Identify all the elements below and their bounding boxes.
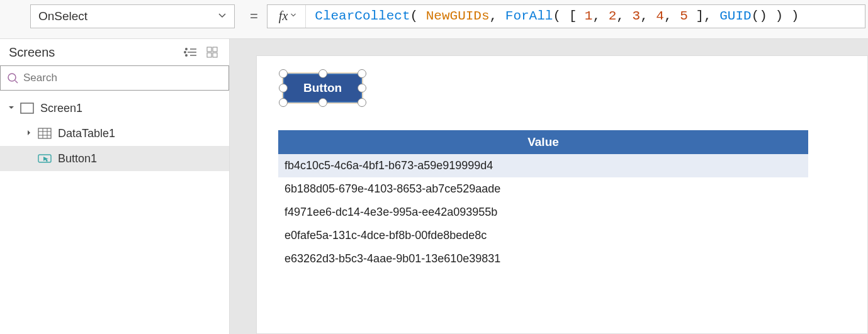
- svg-point-10: [8, 74, 16, 81]
- formula-token: GUID: [719, 9, 751, 23]
- formula-token: 1: [585, 9, 593, 23]
- table-row[interactable]: e63262d3-b5c3-4aae-9b01-13e610e39831: [278, 247, 808, 270]
- svg-point-3: [185, 48, 188, 50]
- svg-point-5: [185, 54, 188, 57]
- table-row[interactable]: e0fafe5a-131c-4dce-bf8b-00fde8bede8c: [278, 224, 808, 247]
- tree-item-label: Button1: [58, 152, 97, 165]
- formula-bar: OnSelect = fx ClearCollect( NewGUIDs, Fo…: [0, 0, 868, 39]
- svg-rect-12: [21, 103, 33, 113]
- formula-token: ,: [490, 9, 505, 23]
- screens-title: Screens: [9, 45, 55, 60]
- resize-handle[interactable]: [279, 98, 288, 107]
- chevron-down-icon: [218, 9, 227, 23]
- formula-token: ]: [688, 9, 704, 23]
- formula-token: ): [783, 9, 799, 23]
- resize-handle[interactable]: [318, 98, 327, 107]
- formula-token: ,: [664, 9, 680, 23]
- table-icon: [38, 128, 52, 139]
- chevron-down-icon: [290, 11, 296, 21]
- search-input[interactable]: [18, 72, 222, 84]
- property-dropdown[interactable]: OnSelect: [30, 4, 235, 28]
- grid-icon: [206, 47, 218, 58]
- svg-rect-6: [207, 47, 211, 52]
- main-area: Screens: [0, 39, 868, 334]
- fx-dropdown-button[interactable]: fx: [268, 5, 306, 28]
- resize-handle[interactable]: [318, 69, 327, 78]
- canvas[interactable]: Button Value fb4c10c5-4c6a-4bf1-b673-a59…: [256, 55, 868, 334]
- fx-icon: fx: [279, 9, 288, 23]
- button-icon: [38, 153, 52, 164]
- property-dropdown-value: OnSelect: [38, 9, 87, 23]
- screen-icon: [20, 103, 34, 114]
- svg-rect-13: [38, 128, 51, 138]
- tree-item-datatable1[interactable]: DataTable1: [0, 121, 229, 146]
- formula-token: ,: [704, 9, 719, 23]
- formula-token: ForAll: [505, 9, 553, 23]
- svg-rect-8: [207, 53, 211, 57]
- formula-token: 5: [680, 9, 688, 23]
- canvas-wrap: Button Value fb4c10c5-4c6a-4bf1-b673-a59…: [230, 39, 868, 334]
- svg-line-11: [15, 81, 18, 83]
- equals-label: =: [250, 8, 258, 25]
- expand-icon[interactable]: [24, 129, 34, 138]
- table-row[interactable]: fb4c10c5-4c6a-4bf1-b673-a59e919999d4: [278, 154, 808, 177]
- left-panel: Screens: [0, 39, 230, 334]
- collapse-icon[interactable]: [6, 104, 16, 113]
- svg-rect-9: [213, 53, 217, 57]
- table-row[interactable]: 6b188d05-679e-4103-8653-ab7ce529aade: [278, 177, 808, 201]
- tree-settings-button[interactable]: [181, 45, 199, 60]
- resize-handle[interactable]: [358, 69, 366, 78]
- resize-handle[interactable]: [358, 84, 366, 92]
- datatable-control[interactable]: Value fb4c10c5-4c6a-4bf1-b673-a59e919999…: [278, 130, 808, 270]
- svg-rect-7: [213, 47, 217, 52]
- search-box[interactable]: [0, 65, 229, 91]
- formula-token: (: [553, 9, 568, 23]
- datatable-body: fb4c10c5-4c6a-4bf1-b673-a59e919999d46b18…: [278, 154, 808, 270]
- grid-view-button[interactable]: [204, 44, 220, 60]
- formula-token: 2: [609, 9, 617, 23]
- formula-token: [: [569, 9, 585, 23]
- formula-token: ,: [592, 9, 608, 23]
- resize-handle[interactable]: [358, 98, 366, 107]
- formula-token: ClearCollect: [315, 9, 410, 23]
- tree-view: Screen1DataTable1Button1: [0, 91, 229, 176]
- formula-token: 4: [656, 9, 664, 23]
- formula-token: NewGUIDs: [426, 9, 490, 23]
- button-control-selection[interactable]: Button: [283, 74, 362, 103]
- search-icon: [7, 72, 18, 84]
- screens-header: Screens: [0, 39, 229, 65]
- formula-token: 3: [633, 9, 641, 23]
- tree-item-label: Screen1: [40, 102, 82, 115]
- svg-point-4: [184, 51, 186, 53]
- formula-token: ,: [616, 9, 632, 23]
- tree-item-screen1[interactable]: Screen1: [0, 96, 229, 121]
- formula-token: ,: [640, 9, 656, 23]
- table-row[interactable]: f4971ee6-dc14-4e3e-995a-ee42a093955b: [278, 201, 808, 224]
- list-icon: [184, 47, 196, 57]
- resize-handle[interactable]: [279, 84, 288, 92]
- formula-input[interactable]: ClearCollect( NewGUIDs, ForAll( [ 1, 2, …: [306, 5, 865, 28]
- formula-token: ): [767, 9, 783, 23]
- resize-handle[interactable]: [279, 69, 288, 78]
- formula-token: (: [410, 9, 426, 23]
- tree-item-button1[interactable]: Button1: [0, 146, 229, 171]
- datatable-header[interactable]: Value: [278, 130, 808, 154]
- formula-token: (): [752, 9, 767, 23]
- tree-item-label: DataTable1: [58, 127, 115, 140]
- formula-box: fx ClearCollect( NewGUIDs, ForAll( [ 1, …: [267, 4, 865, 28]
